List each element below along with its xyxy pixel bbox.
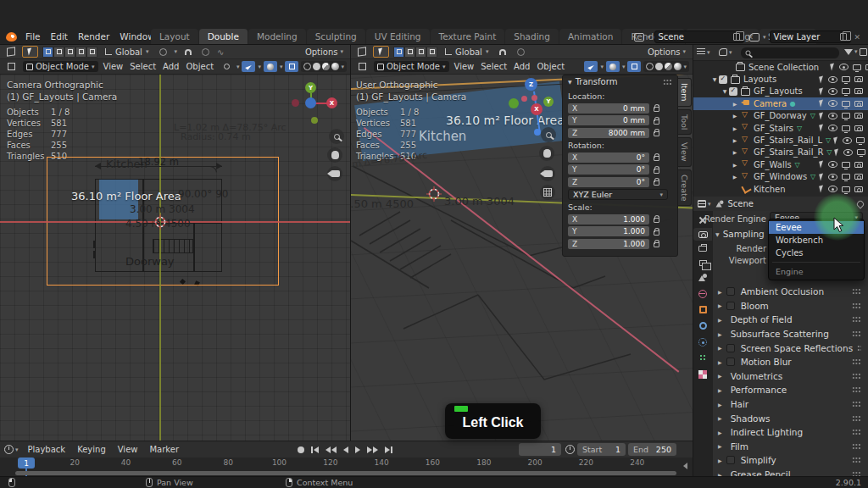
zoom-icon[interactable] (541, 127, 556, 142)
location-field[interactable]: Y0 mm (568, 115, 649, 125)
outliner-row[interactable]: ▶ GF_Stairs ▽ (693, 122, 868, 134)
properties-section[interactable]: Ambient Occlusion (713, 285, 868, 299)
menu-item[interactable]: File (20, 30, 46, 43)
gizmo-x-axis[interactable]: X (531, 103, 542, 115)
expand-icon[interactable]: ▼ (710, 76, 719, 82)
drag-handle-icon[interactable] (852, 288, 861, 295)
rotation-field[interactable]: Z0° (568, 177, 649, 187)
lock-icon[interactable] (654, 107, 659, 112)
object-name[interactable]: GF_Stairs_Rail_L (754, 136, 822, 145)
object-name[interactable]: Camera (754, 99, 787, 108)
copy-icon[interactable] (733, 33, 740, 41)
gizmo-red-dot[interactable] (531, 95, 537, 101)
orientation-dropdown[interactable]: Global▾ (442, 47, 492, 58)
properties-section[interactable]: Simplify (713, 453, 868, 468)
editor-type-icon[interactable] (4, 61, 18, 72)
viewport-menu[interactable]: View (103, 62, 124, 71)
expand-icon[interactable]: ▼ (721, 88, 729, 94)
sidebar-tab[interactable]: Tool (678, 109, 692, 135)
drag-handle-icon[interactable] (852, 415, 861, 422)
timeline-ruler[interactable]: 20406080100120140160180200220240 1 (0, 458, 693, 476)
workspace-tab[interactable]: UV Editing (366, 29, 430, 44)
jump-to-end-button[interactable] (382, 443, 395, 456)
hide-viewport-icon[interactable] (839, 64, 849, 70)
outliner-row[interactable]: ▶ GF_Windows ▽ (693, 171, 868, 183)
lock-icon[interactable] (654, 131, 659, 136)
section-checkbox[interactable] (726, 302, 735, 310)
sidebar-tab[interactable]: View (678, 137, 692, 167)
disable-viewport-icon[interactable] (856, 137, 865, 143)
drag-handle-icon[interactable] (852, 429, 861, 435)
workspace-tab[interactable]: Texture Paint (431, 29, 505, 44)
disable-viewport-icon[interactable] (842, 88, 850, 94)
lock-icon[interactable] (654, 230, 659, 236)
hide-viewport-icon[interactable] (828, 186, 837, 192)
timeline-scrollbar[interactable] (15, 471, 676, 475)
lock-icon[interactable] (654, 169, 659, 174)
properties-section[interactable]: Performance (713, 383, 868, 397)
copy-icon[interactable] (840, 33, 847, 41)
editor-type-icon[interactable] (355, 61, 369, 72)
drag-handle-icon[interactable] (852, 358, 861, 365)
tab-scene[interactable] (693, 271, 712, 284)
scene-field[interactable]: Scene (654, 30, 744, 43)
xray-toggle-icon[interactable] (285, 61, 298, 72)
tab-object[interactable] (693, 303, 712, 316)
section-checkbox[interactable] (726, 344, 735, 352)
viewport-menu[interactable]: Add (163, 62, 179, 71)
viewport-right-canvas[interactable]: User Orthographic (1) GF_Layouts | Camer… (351, 75, 693, 441)
selectable-icon[interactable] (819, 100, 825, 108)
sidebar-tab[interactable]: Item (678, 78, 692, 107)
transform-panel-header[interactable]: ▼ Transform (563, 75, 677, 88)
grid-view-icon[interactable] (540, 185, 555, 200)
drag-handle-icon[interactable] (663, 79, 672, 86)
sampling-section-header[interactable]: ▼ Sampling (715, 229, 765, 239)
hide-viewport-icon[interactable] (843, 137, 852, 144)
workspace-tab[interactable]: Shading (505, 29, 559, 44)
disable-viewport-icon[interactable] (857, 149, 865, 155)
outliner-row[interactable]: ▶ GF_Stairs_Rail_R ▽ (693, 147, 868, 158)
pan-hand-icon[interactable] (327, 147, 342, 163)
collection-checkbox[interactable] (729, 87, 737, 96)
disable-viewport-icon[interactable] (842, 76, 850, 82)
outliner-row[interactable]: ▼ GF_Layouts (693, 86, 868, 97)
prev-keyframe-button[interactable] (323, 443, 339, 456)
disable-render-icon[interactable] (854, 174, 863, 180)
properties-section[interactable]: Film (713, 440, 868, 454)
selectable-icon[interactable] (819, 125, 825, 132)
lock-icon[interactable] (654, 218, 659, 223)
record-button[interactable] (295, 443, 307, 456)
selectable-icon[interactable] (819, 186, 825, 193)
viewport-left-canvas[interactable]: Camera Orthographic (1) GF_Layouts | Cam… (0, 75, 351, 441)
shading-material-icon[interactable] (322, 63, 330, 70)
properties-section[interactable]: Indirect Lighting (713, 425, 868, 440)
lock-icon[interactable] (654, 180, 659, 186)
properties-section[interactable]: Grease Pencil (713, 468, 868, 476)
tab-world[interactable] (693, 287, 712, 300)
properties-section[interactable]: Screen Space Reflections (713, 341, 868, 355)
timeline-menu[interactable]: Keying (71, 445, 112, 454)
select-mode-invert[interactable] (426, 47, 437, 58)
disable-render-icon[interactable] (854, 101, 863, 107)
snap-magnet-icon[interactable] (496, 47, 509, 58)
object-name[interactable]: Kitchen (754, 185, 786, 194)
object-name[interactable]: Layouts (743, 75, 776, 84)
gizmo-green-handle[interactable] (509, 98, 519, 108)
gizmo-x-axis[interactable]: X (326, 97, 337, 108)
shading-rendered-icon[interactable] (331, 63, 339, 70)
drag-handle-icon[interactable] (852, 373, 861, 380)
hide-viewport-icon[interactable] (843, 149, 853, 156)
lock-icon[interactable] (654, 119, 659, 125)
overlays-toggle-icon[interactable] (264, 61, 277, 72)
disable-render-icon[interactable] (854, 125, 863, 131)
proportional-editing-icon[interactable] (199, 47, 213, 58)
editor-type-icon[interactable] (4, 47, 18, 58)
workspace-tab[interactable]: Sculpting (307, 29, 365, 44)
select-mode-subtract[interactable] (415, 47, 426, 58)
new-collection-icon[interactable] (860, 48, 867, 56)
selectable-icon[interactable] (833, 136, 839, 144)
mode-dropdown[interactable]: Object Mode▾ (374, 61, 449, 72)
drag-handle-icon[interactable] (852, 316, 861, 323)
drag-handle-icon[interactable] (852, 443, 861, 450)
tab-texture[interactable] (693, 368, 712, 380)
